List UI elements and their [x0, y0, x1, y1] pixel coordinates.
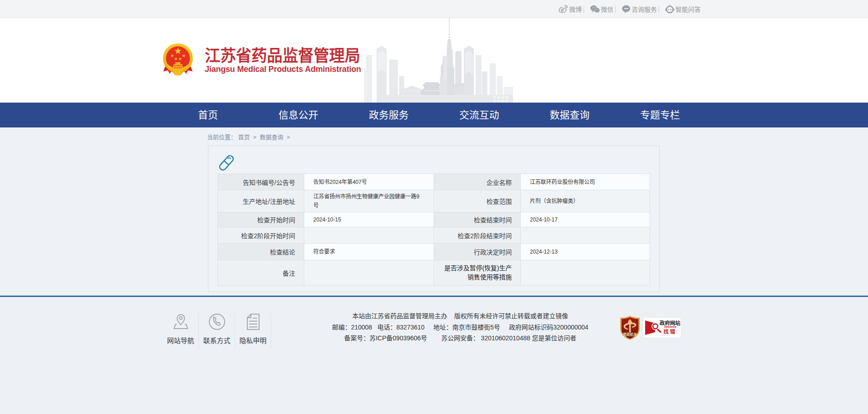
svg-text:找错: 找错 [664, 329, 677, 334]
svg-text:党政机关: 党政机关 [623, 332, 637, 337]
svg-text:政府网站: 政府网站 [660, 320, 680, 326]
